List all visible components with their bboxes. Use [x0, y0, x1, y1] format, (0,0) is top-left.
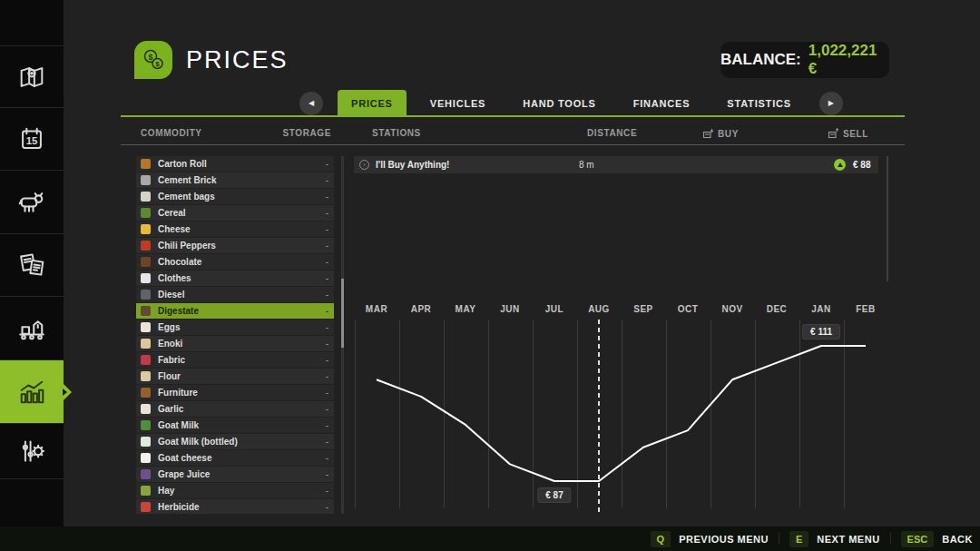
sidebar-item-animals[interactable]: [0, 171, 64, 233]
commodity-name: Eggs: [158, 322, 180, 332]
list-item-eggs[interactable]: Eggs-: [136, 320, 334, 335]
sidebar-item-map[interactable]: [0, 46, 64, 107]
commodity-storage-value: -: [326, 486, 328, 496]
prices-title-icon: $ $: [134, 41, 172, 79]
list-item-digestate[interactable]: Digestate-: [136, 303, 334, 319]
scrollbar-thumb[interactable]: [341, 279, 344, 348]
list-item-goat-cheese[interactable]: Goat cheese-: [136, 450, 334, 466]
column-stations: STATIONS: [372, 128, 421, 138]
active-notch-icon: [63, 389, 67, 396]
station-row[interactable]: › I'll Buy Anything! 8 m € 88: [354, 156, 878, 173]
tab-statistics[interactable]: STATISTICS: [713, 90, 805, 116]
tab-vehicles[interactable]: VEHICLES: [416, 90, 499, 116]
key-e[interactable]: E: [789, 531, 808, 547]
commodity-storage-value: -: [326, 159, 328, 169]
commodity-name: Cement Brick: [158, 175, 216, 185]
list-item-chili-peppers[interactable]: Chili Peppers-: [136, 238, 334, 253]
key-label-next-menu: NEXT MENU: [817, 534, 879, 545]
commodity-icon: [141, 322, 151, 332]
column-sell: SELL: [828, 128, 868, 139]
column-commodity: COMMODITY: [141, 128, 202, 138]
list-item-clothes[interactable]: Clothes-: [136, 271, 334, 286]
commodity-icon: [141, 355, 151, 365]
list-item-cement-brick[interactable]: Cement Brick-: [136, 172, 334, 188]
commodity-storage-value: -: [326, 502, 328, 512]
list-item-chocolate[interactable]: Chocolate-: [136, 254, 334, 270]
commodity-icon: [141, 420, 151, 430]
list-item-cereal[interactable]: Cereal-: [136, 205, 334, 221]
key-label-back: BACK: [942, 534, 973, 545]
max-price-tag: € 111: [803, 325, 839, 339]
sidebar-item-contracts[interactable]: [0, 234, 64, 296]
sidebar-item-production[interactable]: [0, 297, 64, 359]
commodity-storage-value: -: [326, 453, 328, 463]
key-q[interactable]: Q: [651, 531, 671, 547]
key-esc[interactable]: ESC: [901, 531, 935, 547]
commodity-storage-value: -: [326, 322, 328, 332]
balance-value: 1,022,221 €: [808, 42, 889, 78]
svg-text:$: $: [155, 60, 160, 68]
tab-underline: [121, 115, 905, 117]
map-icon: [16, 62, 47, 93]
min-price-tag: € 87: [538, 488, 570, 502]
list-item-fabric[interactable]: Fabric-: [136, 352, 334, 368]
buy-icon: [702, 128, 713, 139]
list-item-hay[interactable]: Hay-: [136, 483, 334, 498]
production-icon: [15, 311, 48, 344]
list-item-cheese[interactable]: Cheese-: [136, 221, 334, 237]
list-item-garlic[interactable]: Garlic-: [136, 401, 334, 417]
commodity-name: Herbicide: [158, 502, 200, 512]
list-item-carton-roll[interactable]: Carton Roll-: [136, 156, 334, 172]
commodity-icon: [141, 257, 151, 267]
commodity-icon: [141, 273, 151, 283]
tab-bar-items: PRICESVEHICLESHAND TOOLSFINANCESSTATISTI…: [338, 90, 805, 116]
sidebar-item-settings[interactable]: [0, 424, 64, 478]
station-name: I'll Buy Anything!: [376, 160, 449, 170]
list-item-diesel[interactable]: Diesel-: [136, 287, 334, 302]
commodity-icon: [141, 437, 151, 447]
tab-next-button[interactable]: ▶: [819, 92, 843, 115]
list-item-cement-bags[interactable]: Cement bags-: [136, 189, 334, 204]
commodity-storage-value: -: [326, 437, 328, 447]
list-item-goat-milk-bottled-[interactable]: Goat Milk (bottled)-: [136, 434, 334, 449]
list-item-enoki[interactable]: Enoki-: [136, 336, 334, 351]
commodity-name: Furniture: [158, 388, 198, 398]
commodity-icon: [141, 224, 151, 234]
commodity-name: Diesel: [158, 290, 184, 300]
commodity-name: Enoki: [158, 339, 182, 349]
sidebar-item-calendar[interactable]: 15: [0, 108, 64, 170]
tab-prev-button[interactable]: ◀: [299, 92, 323, 115]
commodity-name: Garlic: [158, 404, 183, 414]
commodity-storage-value: -: [326, 175, 328, 185]
commodity-name: Clothes: [158, 273, 191, 283]
list-item-grape-juice[interactable]: Grape Juice-: [136, 467, 334, 482]
statistics-icon: [15, 376, 48, 408]
commodity-icon: [141, 404, 151, 414]
list-item-goat-milk[interactable]: Goat Milk-: [136, 418, 334, 433]
commodity-name: Carton Roll: [158, 159, 207, 169]
station-scrollbar[interactable]: [887, 156, 888, 281]
tab-finances[interactable]: FINANCES: [620, 90, 704, 116]
commodity-icon: [141, 502, 151, 512]
list-item-herbicide[interactable]: Herbicide-: [136, 499, 334, 514]
sidebar-item-prices-statistics[interactable]: [0, 360, 64, 423]
calendar-icon: 15: [16, 123, 47, 154]
commodity-name: Goat cheese: [158, 453, 211, 463]
tab-hand-tools[interactable]: HAND TOOLS: [509, 90, 610, 116]
settings-icon: [16, 436, 47, 467]
commodity-storage-value: -: [326, 306, 328, 316]
commodity-scrollbar[interactable]: [341, 156, 344, 514]
list-item-furniture[interactable]: Furniture-: [136, 385, 334, 400]
tab-prices[interactable]: PRICES: [338, 90, 407, 116]
column-distance: DISTANCE: [587, 128, 637, 138]
commodity-icon: [141, 175, 151, 185]
price-chart: MARAPRMAYJUNJULAUGSEPOCTNOVDECJANFEB€ 87…: [354, 302, 880, 515]
station-sell-price: € 88: [853, 160, 870, 170]
commodity-storage-value: -: [326, 420, 328, 430]
commodity-name: Chocolate: [158, 257, 201, 267]
list-item-flour[interactable]: Flour-: [136, 369, 334, 384]
commodity-name: Digestate: [158, 306, 199, 316]
commodity-storage-value: -: [326, 192, 328, 202]
commodity-storage-value: -: [326, 241, 328, 251]
footer-keybar: QPREVIOUS MENUENEXT MENUESCBACK: [0, 526, 980, 551]
